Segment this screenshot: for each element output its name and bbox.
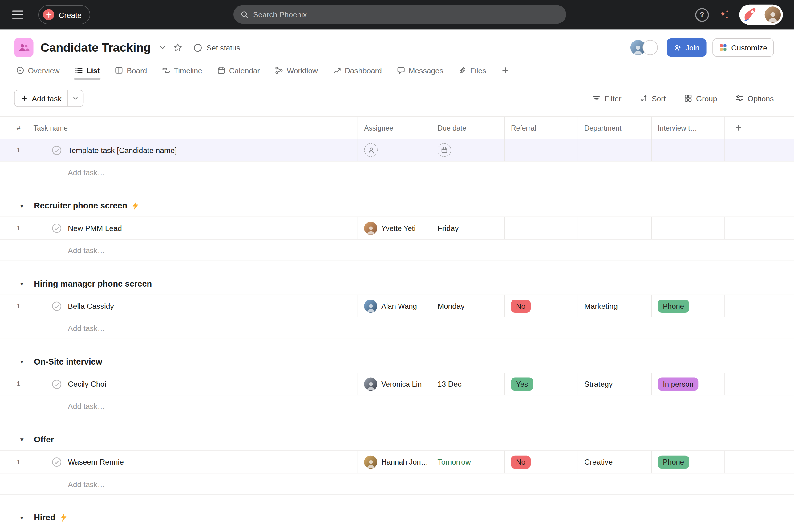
tab-workflow[interactable]: Workflow <box>274 60 319 81</box>
due-date-cell[interactable]: Monday <box>431 295 504 317</box>
column-header-interview-type[interactable]: Interview t… <box>651 117 724 139</box>
due-date-cell[interactable]: Friday <box>431 217 504 239</box>
department-cell[interactable]: Strategy <box>578 373 651 395</box>
interview-type-cell[interactable]: Phone <box>651 451 724 473</box>
set-status-button[interactable]: Set status <box>193 43 240 52</box>
title-chevron-down-icon[interactable] <box>155 40 170 55</box>
section-name[interactable]: On-Site interview <box>34 357 102 366</box>
interview-type-cell[interactable] <box>651 139 724 161</box>
department-cell[interactable]: Marketing <box>578 295 651 317</box>
favorite-star-button[interactable] <box>170 40 185 55</box>
collapse-caret-icon[interactable]: ▾ <box>20 280 27 287</box>
check-circle-icon[interactable] <box>52 223 62 233</box>
interview-type-cell[interactable]: Phone <box>651 295 724 317</box>
ai-sparkle-button[interactable] <box>718 8 730 21</box>
tab-overview[interactable]: Overview <box>15 60 60 81</box>
search-bar[interactable] <box>233 5 566 24</box>
due-date-placeholder-icon[interactable] <box>438 143 451 157</box>
plus-icon <box>43 9 54 20</box>
assignee-cell[interactable]: Veronica Lin <box>358 373 431 395</box>
status-circle-icon <box>193 43 202 52</box>
column-header-due-date[interactable]: Due date <box>431 117 504 139</box>
section-name[interactable]: Hired <box>34 513 55 522</box>
check-circle-icon[interactable] <box>52 379 62 389</box>
add-column-button[interactable] <box>724 117 794 139</box>
tab-dashboard[interactable]: Dashboard <box>332 60 383 81</box>
table-row[interactable]: 1 New PMM Lead Yvette Yeti Friday <box>0 217 794 239</box>
add-task-inline[interactable]: Add task… <box>0 317 794 339</box>
referral-badge: No <box>511 300 530 313</box>
due-date-cell[interactable]: Tomorrow <box>431 451 504 473</box>
task-cell[interactable]: Waseem Rennie <box>31 451 358 473</box>
check-circle-icon[interactable] <box>52 301 62 311</box>
column-header-department[interactable]: Department <box>578 117 651 139</box>
customize-button[interactable]: Customize <box>713 38 774 57</box>
department-cell[interactable]: Creative <box>578 451 651 473</box>
department-cell[interactable] <box>578 139 651 161</box>
search-input[interactable] <box>253 10 559 19</box>
due-date-cell[interactable] <box>431 139 504 161</box>
join-button[interactable]: Join <box>667 38 706 57</box>
filter-button[interactable]: Filter <box>592 94 621 102</box>
section-name[interactable]: Hiring manager phone screen <box>34 279 152 288</box>
column-header-task-name[interactable]: Task name <box>31 117 358 139</box>
tab-label: Timeline <box>174 66 202 75</box>
interview-type-cell[interactable] <box>651 217 724 239</box>
table-row[interactable]: 1 Bella Cassidy Alan Wang Monday No Mar <box>0 294 794 317</box>
assignee-cell[interactable] <box>358 139 431 161</box>
tab-board[interactable]: Board <box>114 60 148 81</box>
add-task-button[interactable]: Add task <box>15 90 68 107</box>
tab-messages[interactable]: Messages <box>396 60 445 81</box>
table-row-template-task[interactable]: 1 Template task [Candidate name] <box>0 138 794 161</box>
add-task-inline[interactable]: Add task… <box>0 161 794 183</box>
add-task-inline[interactable]: Add task… <box>0 239 794 261</box>
referral-cell[interactable]: Yes <box>505 373 578 395</box>
referral-cell[interactable]: No <box>505 295 578 317</box>
assignee-cell[interactable]: Alan Wang <box>358 295 431 317</box>
check-circle-icon[interactable] <box>52 457 62 467</box>
sort-button[interactable]: Sort <box>640 94 666 102</box>
collapse-caret-icon[interactable]: ▾ <box>20 436 27 443</box>
interview-type-cell[interactable]: In person <box>651 373 724 395</box>
table-row[interactable]: 1 Cecily Choi Veronica Lin 13 Dec Yes S <box>0 373 794 395</box>
due-date-cell[interactable]: 13 Dec <box>431 373 504 395</box>
check-circle-icon[interactable] <box>52 145 62 155</box>
tab-calendar[interactable]: Calendar <box>216 60 261 81</box>
tab-label: Calendar <box>229 66 260 75</box>
options-button[interactable]: Options <box>736 94 774 102</box>
add-task-inline[interactable]: Add task… <box>0 395 794 417</box>
add-view-button[interactable] <box>500 60 511 81</box>
task-cell[interactable]: Cecily Choi <box>31 373 358 395</box>
tab-files[interactable]: Files <box>457 60 487 81</box>
referral-cell[interactable] <box>505 139 578 161</box>
project-icon <box>14 38 33 57</box>
collapse-caret-icon[interactable]: ▾ <box>20 202 27 209</box>
section-name[interactable]: Recruiter phone screen <box>34 201 127 210</box>
assignee-cell[interactable]: Hannah Jon… <box>358 451 431 473</box>
add-task-dropdown-button[interactable] <box>68 90 83 107</box>
referral-cell[interactable]: No <box>505 451 578 473</box>
column-header-number[interactable]: # <box>0 117 31 139</box>
task-cell[interactable]: New PMM Lead <box>31 217 358 239</box>
assignee-placeholder-icon[interactable] <box>364 143 378 157</box>
members-more-button[interactable]: … <box>642 40 658 55</box>
task-cell[interactable]: Template task [Candidate name] <box>31 139 358 161</box>
department-cell[interactable] <box>578 217 651 239</box>
assignee-cell[interactable]: Yvette Yeti <box>358 217 431 239</box>
create-button[interactable]: Create <box>38 5 90 24</box>
referral-cell[interactable] <box>505 217 578 239</box>
tab-list[interactable]: List <box>74 60 101 81</box>
collapse-caret-icon[interactable]: ▾ <box>20 514 27 521</box>
section-name[interactable]: Offer <box>34 434 54 444</box>
hamburger-menu-button[interactable] <box>12 11 23 19</box>
column-header-referral[interactable]: Referral <box>505 117 578 139</box>
collapse-caret-icon[interactable]: ▾ <box>20 358 27 365</box>
table-row[interactable]: 1 Waseem Rennie Hannah Jon… Tomorrow No <box>0 451 794 473</box>
task-cell[interactable]: Bella Cassidy <box>31 295 358 317</box>
help-button[interactable]: ? <box>695 8 709 21</box>
group-button[interactable]: Group <box>684 94 717 102</box>
tab-timeline[interactable]: Timeline <box>161 60 203 81</box>
profile-pill[interactable] <box>739 5 782 25</box>
column-header-assignee[interactable]: Assignee <box>358 117 431 139</box>
add-task-inline[interactable]: Add task… <box>0 473 794 495</box>
